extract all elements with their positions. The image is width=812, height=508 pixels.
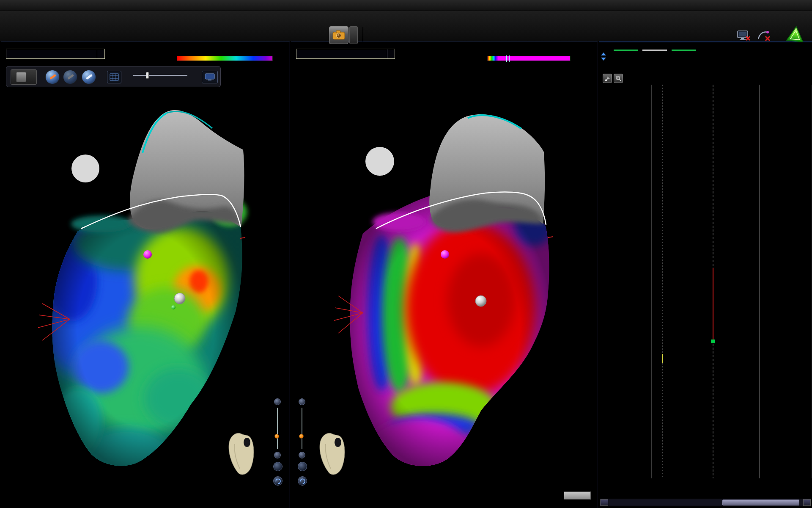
snapshot-dropdown-arrow[interactable]: [349, 26, 358, 44]
rotate-view-button[interactable]: [298, 476, 307, 486]
rotate-icon: [274, 478, 281, 484]
map-surface: [28, 110, 247, 491]
camera-icon: [332, 30, 345, 40]
zoom-out-button[interactable]: [274, 452, 281, 458]
magnifier-plus-icon: [615, 75, 622, 82]
paint-tool-button[interactable]: [45, 70, 60, 84]
catheter-tip-sphere[interactable]: [174, 293, 185, 304]
scrollbar-thumb[interactable]: [722, 500, 799, 505]
zoom-slider-track[interactable]: [277, 408, 278, 449]
carto-logo: [786, 26, 805, 42]
slider-track: [133, 75, 187, 76]
zoom-controls: [269, 42, 286, 508]
measure-tool-button[interactable]: [603, 74, 612, 83]
lat-color-scale-bar[interactable]: [177, 56, 273, 61]
pointer-icon: [86, 74, 93, 80]
ecg-horizontal-scrollbar[interactable]: [600, 499, 811, 506]
menubar: [0, 0, 812, 11]
tag-swatch: [16, 72, 26, 82]
bipolar-map-viewport: [291, 41, 598, 508]
scroll-right-button[interactable]: [803, 499, 811, 506]
eraser-icon: [67, 74, 74, 80]
rotate-view-button[interactable]: [273, 476, 283, 486]
chevron-down-icon: [387, 49, 395, 58]
map-selector-dropdown[interactable]: [296, 49, 395, 59]
zoom-in-button[interactable]: [274, 398, 281, 405]
zoom-in-button[interactable]: [299, 398, 305, 405]
zoom-out-button[interactable]: [299, 452, 305, 458]
floating-ball-marker[interactable]: [365, 147, 394, 176]
sync-dropdown[interactable]: [564, 491, 591, 500]
heart-view-button[interactable]: [273, 462, 283, 471]
bi-threshold-marker[interactable]: [506, 55, 507, 62]
catheter-tip-sphere[interactable]: [475, 295, 486, 306]
pink-location-dot[interactable]: [441, 250, 449, 259]
wrench-icon: [604, 75, 610, 81]
heart-view-button[interactable]: [298, 462, 307, 471]
monitor-icon: [205, 73, 215, 81]
erase-tool-button[interactable]: [63, 70, 77, 84]
chevron-down-icon: [97, 49, 104, 58]
zoom-slider-handle[interactable]: [274, 434, 279, 439]
zoom-slider-track[interactable]: [302, 408, 302, 449]
main-toolbar: [0, 11, 812, 41]
secondary-display-button[interactable]: [202, 71, 218, 83]
reference-heart-widget[interactable]: [226, 431, 256, 476]
snapshot-button[interactable]: [329, 26, 348, 44]
catheter-connection-icon-button[interactable]: [754, 28, 774, 44]
map-selector-dropdown[interactable]: [6, 49, 105, 59]
collapse-panel-icon[interactable]: [601, 52, 606, 61]
toolbar-separator: [363, 27, 363, 44]
tag-display-dropdown-button[interactable]: [11, 69, 37, 85]
green-triangle-logo-icon: [786, 25, 805, 43]
brush-icon: [49, 74, 56, 80]
catheter-disconnected-icon: [757, 30, 771, 42]
pink-location-dot[interactable]: [143, 250, 152, 259]
system-status-icon-button[interactable]: [734, 28, 754, 44]
fill-threshold-slider[interactable]: [133, 72, 187, 83]
green-point-dot[interactable]: [171, 305, 176, 309]
bi-color-scale-bar[interactable]: [487, 56, 571, 61]
carto-mapping-app: [0, 0, 812, 508]
select-tool-button[interactable]: [82, 70, 96, 84]
lat-map-viewport: [1, 41, 290, 508]
map-tools-strip: [6, 66, 221, 87]
zoom-controls: [294, 42, 310, 508]
ecg-signal-panel: [599, 41, 812, 508]
rotate-icon: [299, 478, 306, 484]
scroll-left-button[interactable]: [601, 499, 608, 506]
monitor-disconnected-icon: [737, 30, 751, 42]
annotation-marker-square[interactable]: [711, 340, 715, 343]
slider-thumb[interactable]: [146, 72, 149, 79]
ecg-trace-area[interactable]: [599, 42, 812, 508]
mesh-toggle-button[interactable]: [107, 71, 121, 83]
zoom-tool-button[interactable]: [614, 74, 623, 83]
zoom-slider-handle[interactable]: [299, 434, 304, 439]
floating-ball-marker[interactable]: [71, 155, 99, 182]
grid-icon: [110, 73, 119, 81]
bi-threshold-marker[interactable]: [509, 55, 510, 62]
reference-heart-widget[interactable]: [317, 431, 347, 476]
